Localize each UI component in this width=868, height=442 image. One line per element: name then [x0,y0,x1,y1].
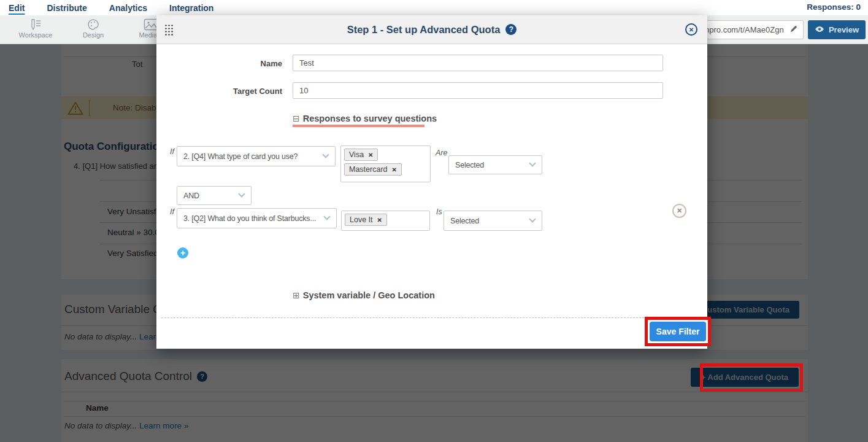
remove-tag-icon[interactable]: ✕ [377,217,382,223]
if-label: If [170,207,174,216]
operator-dropdown-1-value: Selected [455,161,484,169]
chevron-down-icon [238,190,245,197]
toolbar-label: Workspace [9,31,62,39]
survey-url-box [699,20,804,39]
answer-tags-1[interactable]: Visa ✕ Mastercard ✕ [340,145,431,182]
logic-operator-value: AND [183,192,199,200]
toolbar-item-design[interactable]: Design [67,18,120,39]
eye-icon [815,25,824,34]
operator-dropdown-2[interactable]: Selected [444,211,542,231]
preview-label: Preview [829,25,859,34]
responses-section-toggle[interactable]: ⊟Responses to survey questions [293,114,437,123]
name-input[interactable] [293,55,663,71]
toolbar-item-workspace[interactable]: Workspace [9,18,62,39]
modal-title: Step 1 - Set up Advanced Quota [347,24,501,36]
system-variable-section-label: System variable / Geo Location [303,290,435,300]
question-dropdown-2-value: 3. [Q2] What do you think of Starbucks..… [183,214,316,223]
add-condition-icon[interactable]: + [177,247,188,258]
tag-label: Visa [349,150,364,159]
operator-dropdown-2-value: Selected [450,217,479,225]
remove-tag-icon[interactable]: ✕ [368,152,373,158]
remove-tag-icon[interactable]: ✕ [392,166,397,173]
tag-visa: Visa ✕ [344,149,378,161]
system-variable-section-toggle[interactable]: ⊞System variable / Geo Location [293,290,435,300]
tab-edit[interactable]: Edit [9,3,25,13]
is-label: Is [436,207,442,216]
chevron-down-icon [323,213,330,220]
responses-section-label: Responses to survey questions [303,114,437,123]
tag-label: Mastercard [349,165,388,174]
responses-count: Responses: 0 [807,2,861,12]
annotation-frame-add-advanced-quota [700,363,803,392]
question-dropdown-2[interactable]: 3. [Q2] What do you think of Starbucks..… [177,208,337,228]
modal-header: Step 1 - Set up Advanced Quota ? ✕ [156,15,707,44]
are-label: Are [436,149,447,157]
tab-integration[interactable]: Integration [169,3,213,13]
chevron-down-icon [322,151,329,158]
edit-url-pencil-icon[interactable] [789,25,798,36]
toolbar-label: Design [67,31,120,39]
tag-love-it: Love It ✕ [345,214,387,226]
tab-analytics[interactable]: Analytics [109,3,147,13]
target-count-label: Target Count [156,87,282,96]
advanced-quota-modal: Step 1 - Set up Advanced Quota ? ✕ Name … [156,15,707,349]
target-count-input[interactable] [293,82,663,99]
tag-label: Love It [350,215,373,224]
expand-icon: ⊞ [293,290,300,300]
help-icon[interactable]: ? [505,24,517,35]
workspace-icon [9,18,62,31]
design-icon [67,18,120,31]
survey-url-input[interactable] [705,25,789,34]
tag-mastercard: Mastercard ✕ [344,163,402,176]
red-underline-highlight [293,125,424,127]
remove-condition-icon[interactable]: ✕ [672,204,686,218]
question-dropdown-1[interactable]: 2. [Q4] What type of card you use? [177,146,336,166]
name-field-label: Name [156,59,282,68]
answer-tags-2[interactable]: Love It ✕ [341,211,430,231]
top-nav: Edit Distribute Analytics Integration [0,0,868,15]
chevron-down-icon [529,160,536,166]
operator-dropdown-1[interactable]: Selected [448,155,542,174]
annotation-frame-save-filter: Save Filter [645,317,711,346]
logic-operator-dropdown[interactable]: AND [177,186,252,205]
chevron-down-icon [529,215,536,222]
collapse-icon: ⊟ [293,114,300,123]
footer-dashed-divider [161,317,702,318]
if-label: If [170,147,174,156]
question-dropdown-1-value: 2. [Q4] What type of card you use? [183,152,298,161]
save-filter-button[interactable]: Save Filter [650,322,706,341]
preview-button[interactable]: Preview [808,20,866,39]
close-icon[interactable]: ✕ [685,23,697,36]
tab-distribute[interactable]: Distribute [47,3,86,13]
drag-handle-icon[interactable] [164,24,173,36]
